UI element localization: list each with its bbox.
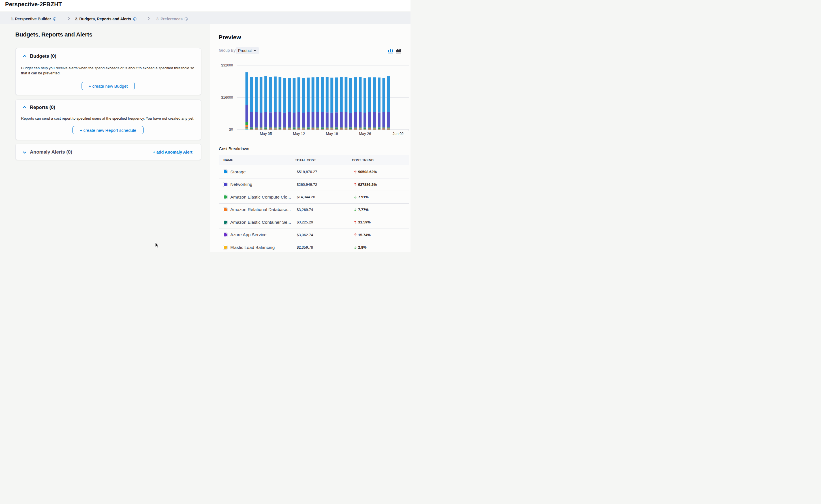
svg-text:May 05: May 05 (260, 132, 272, 136)
svg-text:May 26: May 26 (359, 132, 371, 136)
svg-text:$16000: $16000 (221, 96, 233, 100)
svg-text:$0: $0 (229, 128, 233, 132)
svg-text:May 19: May 19 (326, 132, 338, 136)
svg-text:May 12: May 12 (293, 132, 305, 136)
svg-text:Jun 02: Jun 02 (393, 132, 404, 136)
svg-text:$32000: $32000 (221, 63, 233, 67)
